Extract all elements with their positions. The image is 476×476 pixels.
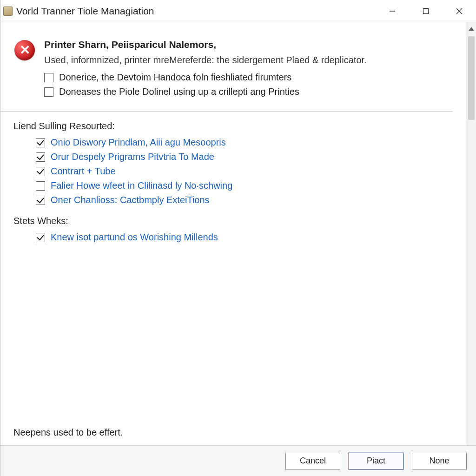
checkbox-icon[interactable] <box>36 196 45 205</box>
checkbox-label[interactable]: Donerice, the Devtoim Handoca foln fiesh… <box>59 72 291 83</box>
content-pane: ✕ Printer Sharn, Peiisparicul Nalemors, … <box>0 22 466 445</box>
maximize-button[interactable] <box>409 0 443 22</box>
checkbox-label[interactable]: Onio Diswory Prindlam, Aiii agu Mesoopri… <box>51 137 226 148</box>
header-option[interactable]: Donerice, the Devtoim Handoca foln fiesh… <box>44 72 453 83</box>
header-row: ✕ Printer Sharn, Peiisparicul Nalemors, … <box>13 39 453 101</box>
minimize-icon <box>389 8 396 14</box>
resource-option[interactable]: Contrart + Tube <box>36 166 453 177</box>
checkbox-icon[interactable] <box>36 152 45 162</box>
resource-option[interactable]: Oner Chanlioss: Cactbmply ExteiTions <box>36 195 453 205</box>
section-resources-list: Onio Diswory Prindlam, Aiii agu Mesoopri… <box>36 137 453 205</box>
checkbox-label[interactable]: Orur Despely Prigrams Pitvtria To Made <box>51 152 214 162</box>
resource-option[interactable]: Onio Diswory Prindlam, Aiii agu Mesoopri… <box>36 137 453 148</box>
checkbox-label[interactable]: Oner Chanlioss: Cactbmply ExteiTions <box>51 195 210 205</box>
checkbox-label[interactable]: Falier Howe wfeet in Clilinasd ly No·sch… <box>51 180 232 191</box>
checkbox-label[interactable]: Doneases the Piole Dolinel using up a cr… <box>59 86 299 97</box>
footer-note: Neepens used to be effert. <box>13 427 123 438</box>
section-stets-list: Knew isot partund os Worishing Millends <box>36 232 453 243</box>
svg-rect-1 <box>423 8 429 13</box>
separator <box>0 111 453 112</box>
checkbox-label[interactable]: Contrart + Tube <box>51 166 116 177</box>
checkbox-icon[interactable] <box>36 181 45 191</box>
place-button[interactable]: Piact <box>349 453 403 469</box>
scroll-up-icon[interactable] <box>469 27 474 31</box>
body-area: ✕ Printer Sharn, Peiisparicul Nalemors, … <box>0 22 476 445</box>
close-button[interactable] <box>443 0 476 22</box>
app-icon <box>3 7 13 16</box>
error-icon: ✕ <box>14 40 35 60</box>
scrollbar[interactable] <box>466 22 476 445</box>
header-title: Printer Sharn, Peiisparicul Nalemors, <box>44 39 453 50</box>
resource-option[interactable]: Falier Howe wfeet in Clilinasd ly No·sch… <box>36 180 453 191</box>
checkbox-icon[interactable] <box>36 138 45 147</box>
checkbox-icon[interactable] <box>44 87 53 97</box>
section-label-resources: Liend Sulling Resourted: <box>13 121 453 132</box>
checkbox-icon[interactable] <box>36 167 45 176</box>
none-button[interactable]: None <box>412 453 467 469</box>
maximize-icon <box>423 8 429 14</box>
window-title: Vorld Tranner Tiole Managiation <box>16 6 154 17</box>
minimize-button[interactable] <box>376 0 409 22</box>
checkbox-icon[interactable] <box>44 73 53 82</box>
resource-option[interactable]: Orur Despely Prigrams Pitvtria To Made <box>36 152 453 162</box>
button-row: Cancel Piact None <box>0 445 476 476</box>
header-option[interactable]: Doneases the Piole Dolinel using up a cr… <box>44 86 453 97</box>
cancel-button[interactable]: Cancel <box>285 453 340 469</box>
header-text: Printer Sharn, Peiisparicul Nalemors, Us… <box>44 39 453 101</box>
dialog-window: Vorld Tranner Tiole Managiation ✕ Printe… <box>0 0 476 476</box>
checkbox-icon[interactable] <box>36 233 45 242</box>
section-label-stets: Stets Wheks: <box>13 216 453 226</box>
close-icon <box>456 8 463 14</box>
header-description: Used, informnized, printer mreMereferde:… <box>44 55 453 66</box>
checkbox-label[interactable]: Knew isot partund os Worishing Millends <box>51 232 218 243</box>
stets-option[interactable]: Knew isot partund os Worishing Millends <box>36 232 453 243</box>
titlebar: Vorld Tranner Tiole Managiation <box>0 0 476 22</box>
scrollbar-thumb[interactable] <box>468 36 475 120</box>
